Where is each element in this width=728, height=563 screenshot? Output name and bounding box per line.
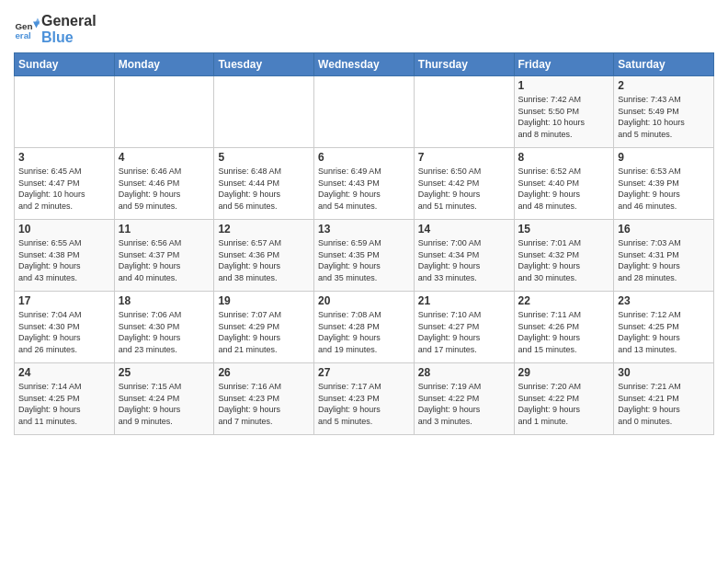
calendar-cell: 11Sunrise: 6:56 AM Sunset: 4:37 PM Dayli… [114, 220, 214, 292]
day-number: 21 [418, 294, 510, 307]
calendar-header: SundayMondayTuesdayWednesdayThursdayFrid… [15, 53, 714, 76]
main-container: Gen eral General Blue SundayMondayTuesda… [0, 0, 728, 444]
day-number: 12 [218, 223, 310, 236]
calendar-cell: 23Sunrise: 7:12 AM Sunset: 4:25 PM Dayli… [614, 292, 714, 363]
day-info: Sunrise: 7:01 AM Sunset: 4:32 PM Dayligh… [518, 237, 610, 283]
day-info: Sunrise: 6:50 AM Sunset: 4:42 PM Dayligh… [418, 166, 510, 212]
weekday-header-saturday: Saturday [614, 53, 714, 76]
day-info: Sunrise: 7:04 AM Sunset: 4:30 PM Dayligh… [18, 309, 110, 355]
day-number: 30 [618, 366, 710, 379]
day-info: Sunrise: 6:55 AM Sunset: 4:38 PM Dayligh… [18, 237, 110, 283]
day-number: 7 [418, 151, 510, 164]
day-number: 24 [18, 366, 110, 379]
calendar-cell: 15Sunrise: 7:01 AM Sunset: 4:32 PM Dayli… [514, 220, 614, 292]
day-info: Sunrise: 7:11 AM Sunset: 4:26 PM Dayligh… [518, 309, 610, 355]
day-number: 25 [119, 366, 210, 379]
day-number: 14 [418, 223, 510, 236]
day-info: Sunrise: 7:20 AM Sunset: 4:22 PM Dayligh… [518, 381, 610, 427]
day-info: Sunrise: 7:12 AM Sunset: 4:25 PM Dayligh… [618, 309, 710, 355]
day-number: 8 [518, 151, 610, 164]
calendar-cell: 16Sunrise: 7:03 AM Sunset: 4:31 PM Dayli… [614, 220, 714, 292]
day-number: 28 [418, 366, 510, 379]
calendar-week-1: 1Sunrise: 7:42 AM Sunset: 5:50 PM Daylig… [15, 76, 714, 148]
day-info: Sunrise: 6:46 AM Sunset: 4:46 PM Dayligh… [119, 166, 210, 212]
calendar-cell: 18Sunrise: 7:06 AM Sunset: 4:30 PM Dayli… [114, 292, 214, 363]
day-info: Sunrise: 6:48 AM Sunset: 4:44 PM Dayligh… [218, 166, 310, 212]
day-info: Sunrise: 6:56 AM Sunset: 4:37 PM Dayligh… [119, 237, 210, 283]
calendar-cell [114, 76, 214, 148]
day-info: Sunrise: 6:53 AM Sunset: 4:39 PM Dayligh… [618, 166, 710, 212]
calendar-cell: 22Sunrise: 7:11 AM Sunset: 4:26 PM Dayli… [514, 292, 614, 363]
calendar-cell: 1Sunrise: 7:42 AM Sunset: 5:50 PM Daylig… [514, 76, 614, 148]
logo-icon: Gen eral [14, 17, 40, 42]
day-number: 3 [18, 151, 110, 164]
calendar-cell: 8Sunrise: 6:52 AM Sunset: 4:40 PM Daylig… [514, 148, 614, 220]
calendar-week-2: 3Sunrise: 6:45 AM Sunset: 4:47 PM Daylig… [15, 148, 714, 220]
header: Gen eral General Blue [14, 9, 714, 45]
calendar-cell: 4Sunrise: 6:46 AM Sunset: 4:46 PM Daylig… [114, 148, 214, 220]
day-number: 2 [618, 79, 710, 92]
calendar-cell: 29Sunrise: 7:20 AM Sunset: 4:22 PM Dayli… [514, 363, 614, 435]
day-info: Sunrise: 7:10 AM Sunset: 4:27 PM Dayligh… [418, 309, 510, 355]
svg-marker-3 [34, 17, 40, 24]
calendar-cell: 7Sunrise: 6:50 AM Sunset: 4:42 PM Daylig… [414, 148, 514, 220]
calendar-cell [414, 76, 514, 148]
calendar-week-3: 10Sunrise: 6:55 AM Sunset: 4:38 PM Dayli… [15, 220, 714, 292]
day-info: Sunrise: 7:08 AM Sunset: 4:28 PM Dayligh… [318, 309, 410, 355]
calendar-table: SundayMondayTuesdayWednesdayThursdayFrid… [14, 52, 714, 435]
weekday-header-sunday: Sunday [15, 53, 115, 76]
logo-text: General Blue [41, 13, 97, 45]
calendar-cell [15, 76, 115, 148]
day-info: Sunrise: 6:49 AM Sunset: 4:43 PM Dayligh… [318, 166, 410, 212]
day-info: Sunrise: 7:21 AM Sunset: 4:21 PM Dayligh… [618, 381, 710, 427]
calendar-week-5: 24Sunrise: 7:14 AM Sunset: 4:25 PM Dayli… [15, 363, 714, 435]
day-info: Sunrise: 7:19 AM Sunset: 4:22 PM Dayligh… [418, 381, 510, 427]
day-info: Sunrise: 6:57 AM Sunset: 4:36 PM Dayligh… [218, 237, 310, 283]
day-info: Sunrise: 7:15 AM Sunset: 4:24 PM Dayligh… [119, 381, 210, 427]
logo: Gen eral General Blue [14, 13, 97, 45]
calendar-cell: 21Sunrise: 7:10 AM Sunset: 4:27 PM Dayli… [414, 292, 514, 363]
calendar-cell: 19Sunrise: 7:07 AM Sunset: 4:29 PM Dayli… [214, 292, 314, 363]
calendar-cell [314, 76, 415, 148]
day-number: 9 [618, 151, 710, 164]
calendar-cell: 9Sunrise: 6:53 AM Sunset: 4:39 PM Daylig… [614, 148, 714, 220]
calendar-cell: 12Sunrise: 6:57 AM Sunset: 4:36 PM Dayli… [214, 220, 314, 292]
day-info: Sunrise: 7:14 AM Sunset: 4:25 PM Dayligh… [18, 381, 110, 427]
calendar-cell: 13Sunrise: 6:59 AM Sunset: 4:35 PM Dayli… [314, 220, 415, 292]
day-info: Sunrise: 6:59 AM Sunset: 4:35 PM Dayligh… [318, 237, 410, 283]
day-info: Sunrise: 7:42 AM Sunset: 5:50 PM Dayligh… [518, 94, 610, 140]
day-number: 18 [119, 294, 210, 307]
weekday-header-thursday: Thursday [414, 53, 514, 76]
day-number: 5 [218, 151, 310, 164]
day-info: Sunrise: 7:07 AM Sunset: 4:29 PM Dayligh… [218, 309, 310, 355]
day-number: 4 [119, 151, 210, 164]
calendar-cell: 14Sunrise: 7:00 AM Sunset: 4:34 PM Dayli… [414, 220, 514, 292]
day-number: 17 [18, 294, 110, 307]
calendar-cell [214, 76, 314, 148]
calendar-cell: 30Sunrise: 7:21 AM Sunset: 4:21 PM Dayli… [614, 363, 714, 435]
day-number: 1 [518, 79, 610, 92]
day-info: Sunrise: 6:45 AM Sunset: 4:47 PM Dayligh… [18, 166, 110, 212]
calendar-cell: 2Sunrise: 7:43 AM Sunset: 5:49 PM Daylig… [614, 76, 714, 148]
day-number: 22 [518, 294, 610, 307]
day-info: Sunrise: 7:16 AM Sunset: 4:23 PM Dayligh… [218, 381, 310, 427]
day-number: 20 [318, 294, 410, 307]
weekday-row: SundayMondayTuesdayWednesdayThursdayFrid… [15, 53, 714, 76]
day-number: 13 [318, 223, 410, 236]
day-number: 16 [618, 223, 710, 236]
day-number: 19 [218, 294, 310, 307]
day-number: 11 [119, 223, 210, 236]
calendar-cell: 24Sunrise: 7:14 AM Sunset: 4:25 PM Dayli… [15, 363, 115, 435]
calendar-cell: 5Sunrise: 6:48 AM Sunset: 4:44 PM Daylig… [214, 148, 314, 220]
calendar-cell: 27Sunrise: 7:17 AM Sunset: 4:23 PM Dayli… [314, 363, 415, 435]
day-number: 23 [618, 294, 710, 307]
calendar-cell: 10Sunrise: 6:55 AM Sunset: 4:38 PM Dayli… [15, 220, 115, 292]
day-number: 29 [518, 366, 610, 379]
day-number: 10 [18, 223, 110, 236]
calendar-cell: 6Sunrise: 6:49 AM Sunset: 4:43 PM Daylig… [314, 148, 415, 220]
day-info: Sunrise: 7:03 AM Sunset: 4:31 PM Dayligh… [618, 237, 710, 283]
calendar-week-4: 17Sunrise: 7:04 AM Sunset: 4:30 PM Dayli… [15, 292, 714, 363]
calendar-cell: 28Sunrise: 7:19 AM Sunset: 4:22 PM Dayli… [414, 363, 514, 435]
calendar-cell: 17Sunrise: 7:04 AM Sunset: 4:30 PM Dayli… [15, 292, 115, 363]
calendar-cell: 25Sunrise: 7:15 AM Sunset: 4:24 PM Dayli… [114, 363, 214, 435]
